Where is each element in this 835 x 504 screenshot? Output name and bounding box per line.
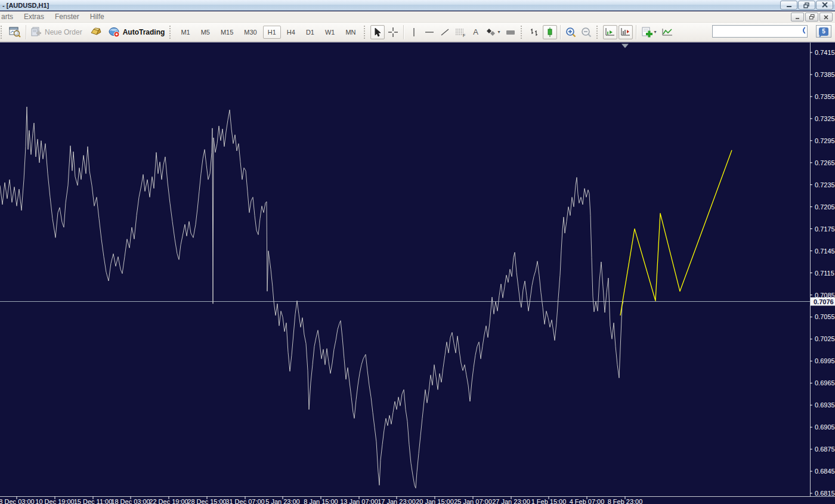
restore-icon xyxy=(803,2,810,8)
auto-scroll-button[interactable] xyxy=(603,25,617,39)
zoom-out-button[interactable] xyxy=(579,25,593,39)
vertical-line-tool-button[interactable] xyxy=(407,25,421,39)
time-axis-label: 4 Feb 07:00 xyxy=(570,498,605,504)
bar-chart-type-button[interactable] xyxy=(527,25,542,39)
mdi-minimize-icon xyxy=(795,15,800,20)
svg-text:F: F xyxy=(463,33,465,37)
minimize-icon xyxy=(786,2,792,8)
new-chart-button[interactable] xyxy=(7,25,23,39)
chart-area[interactable]: 0.74150.73850.73550.73250.72950.72650.72… xyxy=(0,42,835,504)
price-axis-label: 0.7175 xyxy=(815,225,835,233)
price-axis-label: 0.7145 xyxy=(815,248,835,255)
price-axis-label: 0.7235 xyxy=(815,181,835,188)
neue-order-button[interactable]: Neue Order xyxy=(29,25,84,39)
price-axis-label: 0.7355 xyxy=(815,93,835,100)
toolbar-grip xyxy=(521,26,525,39)
restore-button[interactable] xyxy=(798,1,815,10)
horizontal-line-icon xyxy=(425,29,434,36)
timeframe-w1-button[interactable]: W1 xyxy=(320,26,340,39)
menu-item-charts-clipped[interactable]: arts xyxy=(0,12,18,21)
gold-ingot-button[interactable] xyxy=(88,25,104,39)
auto-scroll-icon xyxy=(605,27,616,37)
time-axis-label: 27 Jan 23:00 xyxy=(492,498,530,504)
timeframe-m15-button[interactable]: M15 xyxy=(216,26,238,39)
rectangle-tool-icon xyxy=(506,29,515,36)
crosshair-tool-button[interactable] xyxy=(386,25,400,39)
close-icon xyxy=(822,2,828,8)
cursor-tool-button[interactable] xyxy=(370,25,385,39)
mdi-minimize-button[interactable] xyxy=(791,13,804,21)
neue-order-label: Neue Order xyxy=(45,28,82,36)
cursor-arrow-icon xyxy=(373,27,382,37)
timeframe-d1-button[interactable]: D1 xyxy=(301,26,319,39)
fibonacci-tool-button[interactable]: F xyxy=(453,25,468,39)
horizontal-line-tool-button[interactable] xyxy=(422,25,437,39)
toolbar-grip xyxy=(596,26,601,39)
price-axis-label: 0.7415 xyxy=(815,49,835,56)
time-axis-label: 17 Jan 23:00 xyxy=(378,498,416,504)
arrows-dropdown-caret: ▾ xyxy=(498,29,500,35)
indicators-button[interactable]: ▾ xyxy=(639,25,658,39)
arrows-tool-button[interactable]: ▾ xyxy=(484,25,502,39)
timeframe-h4-button[interactable]: H4 xyxy=(282,26,300,39)
candlestick-icon xyxy=(546,27,554,37)
close-button[interactable] xyxy=(816,1,833,10)
indicator-line-button[interactable] xyxy=(660,25,675,39)
time-axis-label: 15 Dec 11:00 xyxy=(74,498,113,504)
timeframe-mn-button[interactable]: MN xyxy=(341,26,360,39)
time-axis-label: 28 Dec 15:00 xyxy=(187,498,226,504)
toolbar-separator xyxy=(560,25,561,39)
autotrading-button[interactable]: AutoTrading xyxy=(107,25,167,39)
bar-chart-icon xyxy=(530,27,539,37)
time-axis-label: 8 Feb 23:00 xyxy=(608,498,643,504)
menu-bar: arts Extras Fenster Hilfe xyxy=(0,11,835,23)
indicators-dropdown-caret: ▾ xyxy=(654,29,657,35)
mdi-restore-button[interactable] xyxy=(805,13,818,21)
rectangle-tool-button[interactable] xyxy=(503,25,518,39)
price-axis-label: 0.6845 xyxy=(815,468,835,475)
search-input[interactable] xyxy=(713,26,802,36)
price-chart: 0.74150.73850.73550.73250.72950.72650.72… xyxy=(0,42,835,504)
indicator-line-icon xyxy=(661,27,673,37)
timeframe-m1-button[interactable]: M1 xyxy=(176,26,194,39)
timeframe-m5-button[interactable]: M5 xyxy=(196,26,215,39)
timeframe-h1-button[interactable]: H1 xyxy=(263,26,281,39)
price-series-line xyxy=(0,107,623,488)
time-axis-label: 22 Dec 19:00 xyxy=(149,498,188,504)
menu-item-hilfe[interactable]: Hilfe xyxy=(85,12,110,21)
price-axis-label: 0.7325 xyxy=(815,115,835,122)
time-axis-label: 13 Jan 07:00 xyxy=(340,498,378,504)
price-axis-label: 0.7205 xyxy=(815,203,835,211)
price-axis-label: 0.6995 xyxy=(815,357,835,364)
chart-shift-button[interactable] xyxy=(618,25,633,39)
chart-shift-marker[interactable] xyxy=(621,44,629,48)
time-axis-label: 1 Feb 15:00 xyxy=(531,498,567,504)
zoom-out-icon xyxy=(581,27,592,38)
text-tool-button[interactable]: A xyxy=(469,25,483,39)
indicators-icon xyxy=(641,27,653,38)
search-icon[interactable] xyxy=(802,26,805,36)
timeframe-m30-button[interactable]: M30 xyxy=(239,26,261,39)
zoom-in-button[interactable] xyxy=(564,25,578,39)
price-axis-label: 0.6875 xyxy=(815,446,835,453)
toolbar-grip xyxy=(364,26,368,39)
neue-order-icon xyxy=(31,27,42,38)
community-notifications-button[interactable]: 5 xyxy=(816,25,831,38)
mdi-close-button[interactable] xyxy=(819,13,833,21)
time-axis-label: 25 Jan 07:00 xyxy=(454,498,492,504)
price-axis-label: 0.7295 xyxy=(815,137,835,144)
menu-item-extras[interactable]: Extras xyxy=(18,12,50,21)
forecast-zigzag-drawing[interactable] xyxy=(620,150,732,316)
current-price-label: 0.7076 xyxy=(814,298,834,305)
candlestick-chart-type-button[interactable] xyxy=(543,25,557,39)
notification-badge: 5 xyxy=(819,27,828,36)
menu-item-fenster[interactable]: Fenster xyxy=(50,12,85,21)
window-title: - [AUDUSD,H1] xyxy=(0,2,49,9)
arrows-tool-icon xyxy=(486,28,497,36)
toolbar-separator xyxy=(636,25,636,39)
trendline-tool-button[interactable] xyxy=(438,25,452,39)
minimize-button[interactable] xyxy=(780,1,797,10)
toolbar-grip xyxy=(169,26,174,39)
mdi-close-icon xyxy=(824,15,828,20)
search-box xyxy=(712,25,808,38)
